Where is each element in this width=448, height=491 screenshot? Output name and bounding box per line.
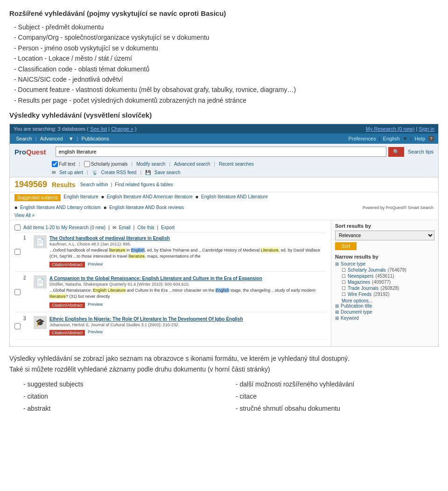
help-link[interactable]: Help — [414, 136, 425, 141]
search-box: 🔍 — [56, 147, 404, 157]
nav-sep-1: | — [35, 136, 37, 141]
result-item-1: 1 📄 The Oxford handbook of medieval lite… — [14, 235, 326, 272]
my-research-link[interactable]: My Research (0 new) — [366, 126, 415, 132]
source-count-4: (260828) — [380, 286, 399, 291]
cite-link[interactable]: Cite this — [137, 225, 154, 230]
result-2-badge[interactable]: Citation/Abstract — [49, 302, 85, 308]
export-link[interactable]: Export — [161, 225, 175, 230]
source-link-2[interactable]: Newspapers — [348, 274, 374, 279]
english-link[interactable]: English — [383, 136, 400, 141]
suggested-bar: Suggested subjects English literature ■ … — [10, 192, 438, 220]
advanced-tab[interactable]: Advanced — [38, 135, 65, 142]
source-count-2: (453611) — [376, 274, 394, 279]
close-paren: ) — [135, 126, 137, 132]
doc-expand-icon: ⊞ — [335, 309, 339, 315]
search-tips-link[interactable]: Search tips — [408, 149, 434, 154]
sort-button[interactable]: Sort — [335, 242, 357, 250]
source-more-link[interactable]: More options... — [342, 298, 372, 303]
add-items-link[interactable]: Add items 1-20 to My Research (0 new) — [23, 225, 105, 230]
search-area: ProQuest 🔍 Search tips — [10, 144, 438, 160]
results-header: 1949569 Results Search within | Find rel… — [10, 177, 438, 192]
source-link-4[interactable]: Trade Journals — [348, 286, 378, 291]
help-icon[interactable]: ? — [428, 135, 434, 142]
source-type-label: Source type — [341, 261, 365, 267]
intro-line-7: - Document feature - vlastnosti dokument… — [14, 84, 439, 95]
find-related-link[interactable]: Find related figures & tables — [115, 182, 173, 187]
source-link-5[interactable]: Wire Feeds — [348, 292, 371, 297]
advanced-search-link[interactable]: Advanced search — [174, 161, 210, 167]
result-item-3: 3 🎓 Ethnic Englishes In Nigeria: The Rol… — [14, 316, 326, 340]
pub-title-header[interactable]: ⊞ Publication title — [335, 303, 434, 309]
powered-by: Powered by ProQuest® Smart Search — [363, 205, 434, 210]
source-check-icon-2: ☐ — [342, 274, 346, 279]
search-button[interactable]: 🔍 — [388, 147, 404, 157]
result-1-preview[interactable]: Preview — [88, 262, 103, 267]
search-tab[interactable]: Search — [14, 135, 35, 142]
result-3-num: 3 — [23, 316, 31, 336]
email-link[interactable]: Email — [119, 225, 131, 230]
suggested-link-2[interactable]: English literature AND American literatu… — [107, 194, 193, 199]
scholarly-checkbox[interactable] — [84, 161, 90, 167]
see-list-link[interactable]: See list — [90, 126, 107, 132]
full-text-checkbox[interactable] — [52, 161, 58, 167]
source-type-item-2: ☐ Newspapers (453611) — [342, 274, 434, 279]
result-1-checkbox[interactable] — [14, 236, 21, 267]
sign-in-link[interactable]: Sign in — [419, 126, 434, 132]
source-link-1[interactable]: Scholarly Journals — [348, 267, 386, 273]
result-3-checkbox[interactable] — [14, 317, 21, 336]
recent-searches-link[interactable]: Recent searches — [219, 161, 254, 167]
intro-list: - Subject - předmět dokumentu - Company/… — [14, 22, 439, 105]
save-icon: 💾 — [145, 170, 151, 175]
suggested-link-4[interactable]: English literature AND Literary criticis… — [20, 205, 101, 210]
result-1-title[interactable]: The Oxford handbook of medieval literatu… — [49, 236, 170, 241]
sort-select[interactable]: Relevance Date (newest first) Date (olde… — [335, 231, 434, 240]
source-check-icon-3: ☐ — [342, 280, 346, 285]
bottom-list-item-2-left: - citation — [23, 391, 226, 402]
set-alert-link[interactable]: Set up alert — [59, 170, 83, 175]
doc-type-header[interactable]: ⊞ Document type — [335, 309, 434, 315]
result-1-badge[interactable]: Citation/Abstract — [49, 262, 85, 267]
source-type-header[interactable]: ⊞ Source type — [335, 261, 434, 267]
result-3-title[interactable]: Ethnic Englishes In Nigeria: The Role Of… — [49, 316, 243, 322]
doc-type-label: Document type — [341, 309, 372, 315]
result-2-title[interactable]: A Companion to the Global Renaissance: E… — [49, 276, 262, 281]
filter-sep-3: | — [169, 161, 170, 167]
rss-feed-link[interactable]: Create RSS feed — [101, 170, 137, 175]
pq-logo: ProQuest — [14, 148, 52, 156]
modify-search-link[interactable]: Modify search — [136, 161, 165, 167]
source-type-item-3: ☐ Magazines (409077) — [342, 280, 434, 285]
suggested-link-1[interactable]: English literature — [63, 194, 98, 199]
searching-label: You are searching: 3 databases ( — [14, 126, 89, 132]
preferences-link[interactable]: Preferences — [348, 136, 376, 141]
source-count-1: (764679) — [388, 267, 406, 273]
suggested-subjects-button[interactable]: Suggested subjects — [14, 194, 61, 201]
change-link[interactable]: Change » — [111, 126, 133, 132]
suggested-link-5[interactable]: English literature AND Book reviews — [109, 205, 184, 210]
pub-title-label: Publication title — [341, 303, 372, 309]
bottom-list-item-1-left: - suggested subjects — [23, 379, 226, 390]
english-arrow-icon: ▼ — [403, 136, 408, 141]
source-link-3[interactable]: Magazines — [348, 280, 370, 285]
add-checkbox[interactable] — [14, 224, 21, 231]
search-within-link[interactable]: Search within — [80, 182, 108, 187]
bullet-2: ■ — [196, 194, 198, 199]
suggested-link-3[interactable]: English literature AND Literature — [201, 194, 268, 199]
result-2-preview[interactable]: Preview — [88, 302, 103, 307]
search-input[interactable] — [56, 147, 386, 157]
result-2-checkbox[interactable] — [14, 276, 21, 308]
bullet-4: ■ — [104, 205, 106, 210]
view-all-link[interactable]: View All » — [14, 213, 35, 218]
keyword-label: Keyword — [341, 316, 359, 321]
top-bar-left: You are searching: 3 databases ( See lis… — [14, 126, 137, 132]
filter-sep-1: | — [79, 161, 80, 167]
advanced-arrow-icon[interactable]: ▼ — [66, 135, 76, 142]
save-search-link[interactable]: Save search — [154, 170, 181, 175]
full-text-filter: Full text — [52, 161, 75, 167]
narrow-label: Narrow results by — [335, 254, 434, 260]
top-bar: You are searching: 3 databases ( See lis… — [10, 124, 438, 133]
publications-tab[interactable]: Publications — [79, 135, 111, 142]
keyword-header[interactable]: ⊞ Keyword — [335, 316, 434, 321]
result-3-preview[interactable]: Preview — [88, 330, 103, 334]
result-3-badge[interactable]: Citation/Abstract — [49, 330, 85, 336]
scholarly-filter: Scholarly journals — [84, 161, 128, 167]
